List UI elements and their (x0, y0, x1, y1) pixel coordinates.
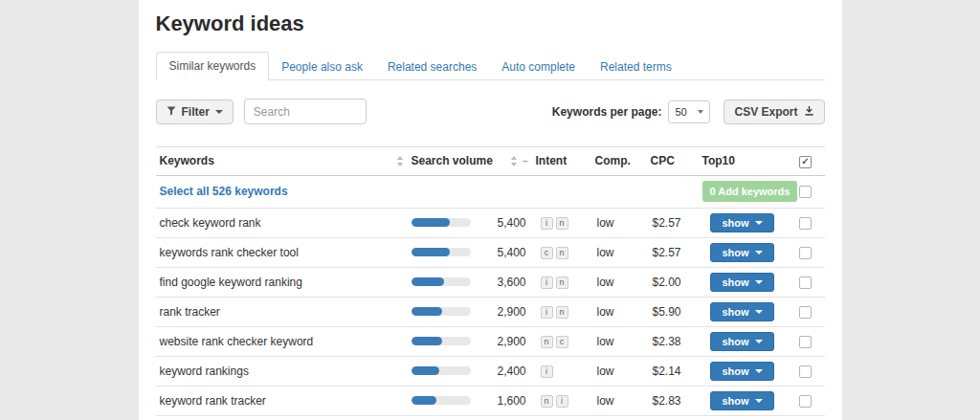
row-checkbox[interactable] (799, 276, 812, 289)
cpc-value: $2.14 (647, 356, 699, 386)
search-volume-value: 2,900 (471, 335, 528, 348)
row-checkbox[interactable] (799, 395, 812, 408)
keyword-text: keywords rank checker tool (160, 246, 299, 259)
table-row: find google keyword ranking 3,600 in low… (156, 267, 825, 297)
cpc-value: $2.57 (647, 237, 699, 267)
row-checkbox[interactable] (799, 306, 812, 319)
table-row: keywords rank checker tool 5,400 cn low … (156, 237, 825, 267)
show-button[interactable]: show (710, 213, 773, 232)
tab-similar-keywords[interactable]: Similar keywords (156, 52, 270, 80)
cpc-value: $5.90 (647, 297, 699, 326)
search-volume-value: 2,900 (471, 305, 528, 319)
intent-badge-i: i (541, 365, 553, 378)
table-row: website rank checker keyword 2,900 nc lo… (156, 326, 825, 356)
select-all-row-checkbox[interactable] (799, 186, 812, 198)
show-button-label: show (722, 247, 748, 258)
competition-value: low (591, 208, 647, 237)
show-button[interactable]: show (710, 391, 773, 410)
intent-badge-i: i (541, 276, 553, 289)
search-volume-bar-fill (412, 366, 440, 375)
intent-badges: i (536, 365, 553, 378)
search-volume-bar (412, 337, 471, 345)
row-checkbox[interactable] (799, 217, 812, 230)
keyword-text: keyword rank tracker (160, 394, 266, 408)
tab-bar: Similar keywordsPeople also askRelated s… (156, 52, 825, 80)
intent-badges: cn (536, 247, 568, 259)
competition-value: low (591, 415, 647, 420)
keyword-text: find google keyword ranking (160, 276, 302, 289)
intent-badge-c: c (541, 247, 553, 259)
header-comp: Comp. (591, 147, 647, 176)
add-keywords-button[interactable]: 0 Add keywords (702, 181, 798, 202)
show-button[interactable]: show (710, 332, 773, 351)
table-header: Keywords Search volume – Intent Comp. CP (156, 147, 825, 176)
competition-value: low (591, 356, 647, 386)
intent-badges: ni (536, 395, 568, 408)
toolbar: Filter Keywords per page: 50 CSV Export (156, 99, 825, 124)
csv-export-label: CSV Export (734, 105, 797, 119)
table-row: rank tracker 2,900 in low $5.90 show (156, 297, 825, 326)
chevron-down-icon (698, 110, 703, 114)
table-body: Select all 526 keywords 0 Add keywords c… (156, 175, 825, 420)
show-button[interactable]: show (710, 302, 773, 321)
show-button-label: show (722, 276, 748, 288)
sort-icon[interactable] (510, 156, 518, 166)
show-button-label: show (722, 395, 748, 407)
filter-button[interactable]: Filter (156, 99, 234, 124)
search-volume-value: 5,400 (471, 246, 528, 259)
intent-badges: nc (536, 336, 568, 348)
tab-related-terms[interactable]: Related terms (588, 54, 684, 80)
per-page-value: 50 (675, 106, 686, 118)
funnel-icon (167, 105, 176, 119)
keywords-table: Keywords Search volume – Intent Comp. CP (156, 146, 825, 420)
intent-badge-c: c (556, 336, 568, 348)
competition-value: low (591, 237, 647, 267)
select-all-checkbox-icon[interactable]: ✓ (799, 156, 812, 168)
header-checkbox-cell: ✓ (787, 147, 825, 176)
competition-value: low (591, 326, 647, 356)
search-volume-bar (412, 307, 471, 316)
show-button[interactable]: show (710, 362, 773, 381)
chevron-down-icon (215, 110, 223, 114)
table-row: keyword rank tracker 1,600 ni low $2.83 … (156, 386, 825, 415)
search-volume-bar (412, 248, 471, 256)
competition-value: low (591, 267, 647, 297)
tab-people-also-ask[interactable]: People also ask (269, 54, 375, 80)
competition-value: low (591, 386, 647, 415)
row-checkbox[interactable] (799, 336, 812, 348)
csv-export-button[interactable]: CSV Export (724, 99, 824, 124)
intent-badge-n: n (556, 217, 568, 230)
keyword-text: check keyword rank (160, 216, 261, 230)
cpc-value: $2.00 (647, 267, 699, 297)
row-checkbox[interactable] (799, 247, 812, 259)
chevron-down-icon (755, 340, 763, 343)
search-volume-bar-fill (412, 307, 442, 316)
select-all-link[interactable]: Select all 526 keywords (160, 185, 288, 198)
header-keywords-label: Keywords (160, 154, 214, 167)
keyword-text: rank tracker (160, 305, 220, 319)
per-page-select[interactable]: 50 (668, 100, 710, 123)
keyword-text: website rank checker keyword (160, 335, 314, 348)
search-volume-value: 1,600 (471, 394, 528, 408)
intent-badge-n: n (556, 306, 568, 319)
show-button[interactable]: show (710, 273, 773, 292)
tab-auto-complete[interactable]: Auto complete (489, 54, 588, 80)
search-input[interactable] (244, 99, 367, 124)
header-search-volume[interactable]: Search volume – (408, 147, 532, 176)
header-top10: Top10 (699, 147, 787, 176)
competition-value: low (591, 297, 647, 326)
intent-badge-i: i (556, 395, 568, 408)
cpc-value: $2.57 (647, 208, 699, 237)
tab-related-searches[interactable]: Related searches (375, 54, 489, 80)
intent-badge-n: n (556, 276, 568, 289)
cpc-value: $2.38 (647, 326, 699, 356)
show-button-label: show (722, 336, 748, 347)
show-button[interactable]: show (710, 243, 773, 262)
page-title: Keyword ideas (156, 0, 825, 36)
search-volume-value: 5,400 (471, 216, 528, 230)
chevron-down-icon (755, 369, 763, 373)
sort-icon[interactable] (396, 156, 404, 166)
search-volume-value: 2,400 (471, 365, 528, 378)
row-checkbox[interactable] (799, 365, 812, 378)
header-keywords[interactable]: Keywords (156, 147, 408, 176)
